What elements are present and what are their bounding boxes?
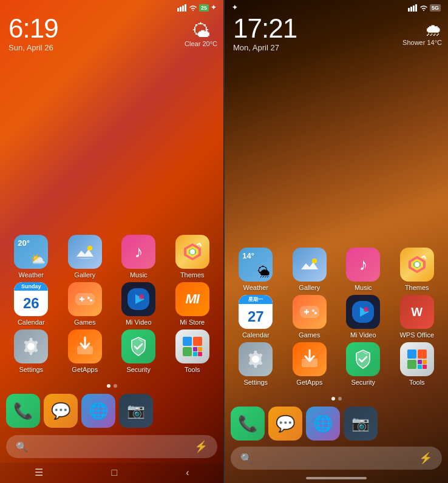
left-search-bar[interactable]: 🔍 ⚡ [6, 435, 217, 458]
left-dock: 📞 💬 🌐 📷 [0, 391, 223, 431]
tools-label-left: Tools [185, 366, 200, 373]
settings-label-right: Settings [243, 379, 268, 386]
svg-rect-40 [418, 360, 422, 364]
right-page-dots [225, 393, 448, 404]
getapps-right-svg [300, 349, 319, 370]
music-label-left: Music [130, 271, 148, 279]
games-icon-left [68, 282, 102, 316]
left-time: 6:19 [8, 15, 215, 42]
settings-icon-left [14, 329, 48, 363]
mivideo-icon-right [346, 295, 380, 329]
games-right-svg [299, 303, 321, 320]
svg-rect-22 [408, 8, 410, 12]
svg-point-9 [87, 297, 90, 299]
right-status-icons: 5G [408, 4, 441, 12]
svg-rect-17 [183, 347, 192, 356]
gallery-svg [75, 243, 95, 260]
calendar-label-left: Calendar [18, 319, 45, 326]
left-status-icons: 25 ✦ [177, 4, 216, 12]
svg-rect-0 [177, 8, 179, 12]
nav-home-left[interactable]: □ [112, 467, 118, 478]
svg-point-32 [314, 312, 317, 314]
dock-camera-right[interactable]: 📷 [344, 407, 378, 441]
dock-message-left[interactable]: 💬 [44, 394, 78, 428]
app-weather-left[interactable]: 20° ⛅ Weather [6, 235, 56, 279]
dock-browser-right[interactable]: 🌐 [306, 407, 340, 441]
games-label-right: Games [299, 331, 320, 339]
app-calendar-right[interactable]: 星期一 27 Calendar [231, 295, 281, 339]
left-page-dots [0, 380, 223, 391]
dock-browser-left[interactable]: 🌐 [81, 394, 115, 428]
dock-message-right[interactable]: 💬 [268, 407, 302, 441]
settings-icon-right [239, 342, 273, 376]
svg-point-5 [190, 249, 195, 254]
app-tools-right[interactable]: Tools [392, 342, 443, 386]
app-getapps-right[interactable]: GetApps [285, 342, 335, 386]
app-music-left[interactable]: ♪ Music [114, 235, 164, 279]
svg-rect-18 [193, 347, 197, 351]
app-getapps-left[interactable]: GetApps [60, 329, 110, 373]
app-games-right[interactable]: Games [285, 295, 335, 339]
app-weather-right[interactable]: 14° 🌦 Weather [231, 248, 281, 291]
svg-rect-38 [418, 350, 427, 359]
right-status-bar: ✦ 5G [225, 0, 448, 13]
left-date: Sun, April 26 [8, 43, 215, 52]
svg-point-4 [87, 246, 92, 251]
app-mivideo-right[interactable]: Mi Video [338, 295, 389, 339]
dock-phone-right[interactable]: 📞 [231, 407, 265, 441]
app-wps-right[interactable]: W WPS Office [392, 295, 443, 339]
svg-rect-43 [423, 365, 427, 369]
app-gallery-left[interactable]: Gallery [60, 235, 110, 279]
svg-rect-37 [407, 350, 416, 359]
getapps-svg [76, 336, 94, 357]
app-settings-right[interactable]: Settings [231, 342, 281, 386]
weather-icon-right: 14° 🌦 [239, 248, 273, 282]
left-search-area: 🔍 ⚡ [0, 431, 223, 463]
getapps-label-left: GetApps [72, 366, 98, 373]
browser-icon-right: 🌐 [306, 407, 340, 441]
themes-label-left: Themes [180, 271, 205, 279]
right-weather-widget: 🌧 Shower 14°C [402, 22, 442, 46]
left-status-bar: 25 ✦ [0, 0, 223, 13]
right-dot-2 [338, 397, 342, 400]
signal-icon [177, 4, 187, 12]
gallery-label-right: Gallery [299, 284, 320, 291]
right-search-bar[interactable]: 🔍 ⚡ [231, 447, 442, 470]
dock-phone-left[interactable]: 📞 [6, 394, 40, 428]
app-themes-right[interactable]: Themes [392, 248, 443, 291]
app-security-left[interactable]: Security [114, 329, 164, 373]
svg-point-10 [90, 299, 92, 302]
app-calendar-left[interactable]: Sunday 26 Calendar [6, 282, 56, 326]
getapps-label-right: GetApps [296, 379, 322, 386]
app-mivideo-left[interactable]: Mi Video [114, 282, 164, 326]
app-music-right[interactable]: ♪ Music [338, 248, 389, 291]
app-games-left[interactable]: Games [60, 282, 110, 326]
wifi-icon [189, 4, 197, 12]
app-settings-left[interactable]: Settings [6, 329, 56, 373]
nav-menu-left[interactable]: ☰ [35, 467, 43, 478]
nav-back-left[interactable]: ‹ [186, 467, 189, 478]
svg-rect-2 [182, 5, 184, 12]
dock-camera-left[interactable]: 📷 [119, 394, 153, 428]
app-themes-left[interactable]: Themes [168, 235, 218, 279]
themes-icon-right [400, 248, 434, 282]
search-icon-right: 🔍 [240, 453, 253, 464]
left-app-grid: 20° ⛅ Weather Gallery ♪ Music [0, 235, 223, 380]
app-mistore-left[interactable]: MI Mi Store [168, 282, 218, 326]
svg-rect-28 [300, 306, 319, 318]
mistore-label-left: Mi Store [180, 319, 205, 326]
app-tools-left[interactable]: Tools [168, 329, 218, 373]
svg-point-31 [312, 309, 314, 312]
calendar-icon-right: 星期一 27 [239, 295, 273, 329]
gallery-icon-left [68, 235, 102, 269]
mivideo-label-right: Mi Video [350, 331, 376, 339]
right-search-area: 🔍 ⚡ [225, 443, 448, 475]
left-weather-text: Clear 20°C [185, 40, 217, 47]
left-phone-screen: 25 ✦ 6:19 Sun, April 26 🌤 Clear 20°C 20°… [0, 0, 223, 483]
svg-rect-1 [180, 7, 182, 12]
app-security-right[interactable]: Security [338, 342, 389, 386]
app-gallery-right[interactable]: Gallery [285, 248, 335, 291]
right-home-indicator[interactable] [306, 477, 367, 479]
right-wifi-icon [419, 4, 428, 12]
tools-svg [182, 336, 203, 357]
